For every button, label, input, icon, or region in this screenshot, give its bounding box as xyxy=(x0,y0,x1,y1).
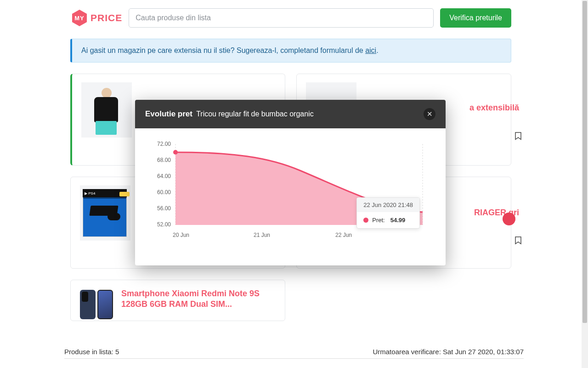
product-title-partial[interactable]: a extensibilă xyxy=(469,103,519,113)
close-icon[interactable]: ✕ xyxy=(424,108,435,120)
status-bar: Produse in lista: 5 Urmatoarea verificar… xyxy=(64,348,524,359)
chart-tooltip: 22 Jun 2020 21:48 Pret: 54.99 xyxy=(356,197,420,229)
scrollbar-thumb[interactable] xyxy=(582,1,587,323)
banner-link[interactable]: aici xyxy=(365,46,376,54)
verify-prices-button[interactable]: Verifica preturile xyxy=(440,8,511,28)
tooltip-label: Pret: xyxy=(372,217,384,224)
banner-text: Ai gasit un magazin pe care extensia nu … xyxy=(81,46,365,54)
next-check: Urmatoarea verificare: Sat Jun 27 2020, … xyxy=(373,348,524,356)
svg-text:56.00: 56.00 xyxy=(157,205,171,212)
svg-text:64.00: 64.00 xyxy=(157,173,171,179)
scrollbar[interactable] xyxy=(582,0,588,368)
series-dot-icon xyxy=(363,218,368,223)
logo[interactable]: MY PRICE xyxy=(70,9,122,27)
tooltip-date: 22 Jun 2020 21:48 xyxy=(357,198,419,212)
logo-text: PRICE xyxy=(90,12,122,23)
search-input[interactable] xyxy=(129,8,434,28)
product-thumb xyxy=(80,288,113,321)
svg-text:72.00: 72.00 xyxy=(157,141,171,147)
svg-point-10 xyxy=(173,150,178,155)
svg-text:21 Jun: 21 Jun xyxy=(254,232,270,238)
price-badge xyxy=(503,213,515,225)
svg-text:MY: MY xyxy=(74,15,85,22)
bookmark-icon xyxy=(515,132,521,140)
price-chart: 72.00 68.00 64.00 60.00 56.00 52.00 20 J… xyxy=(135,128,446,265)
product-thumb xyxy=(81,82,132,138)
product-count: Produse in lista: 5 xyxy=(64,348,119,356)
header: MY PRICE Verifica preturile xyxy=(70,8,511,28)
product-card[interactable]: Smartphone Xiaomi Redmi Note 9S 128GB 6G… xyxy=(70,280,285,321)
logo-badge-icon: MY xyxy=(70,9,89,27)
svg-text:60.00: 60.00 xyxy=(157,189,171,196)
tooltip-value: 54.99 xyxy=(390,217,406,224)
modal-title: Evolutie pret Tricou regular fit de bumb… xyxy=(145,109,314,119)
svg-text:68.00: 68.00 xyxy=(157,157,171,163)
price-history-modal: Evolutie pret Tricou regular fit de bumb… xyxy=(135,100,446,265)
svg-text:22 Jun: 22 Jun xyxy=(335,232,352,238)
svg-text:52.00: 52.00 xyxy=(157,221,171,228)
info-banner: Ai gasit un magazin pe care extensia nu … xyxy=(70,39,511,63)
svg-text:20 Jun: 20 Jun xyxy=(173,232,189,238)
product-thumb: ▶ PS4 xyxy=(80,185,130,241)
product-title[interactable]: Smartphone Xiaomi Redmi Note 9S 128GB 6G… xyxy=(121,288,276,310)
modal-header: Evolutie pret Tricou regular fit de bumb… xyxy=(135,100,446,128)
bookmark-icon xyxy=(515,236,521,245)
